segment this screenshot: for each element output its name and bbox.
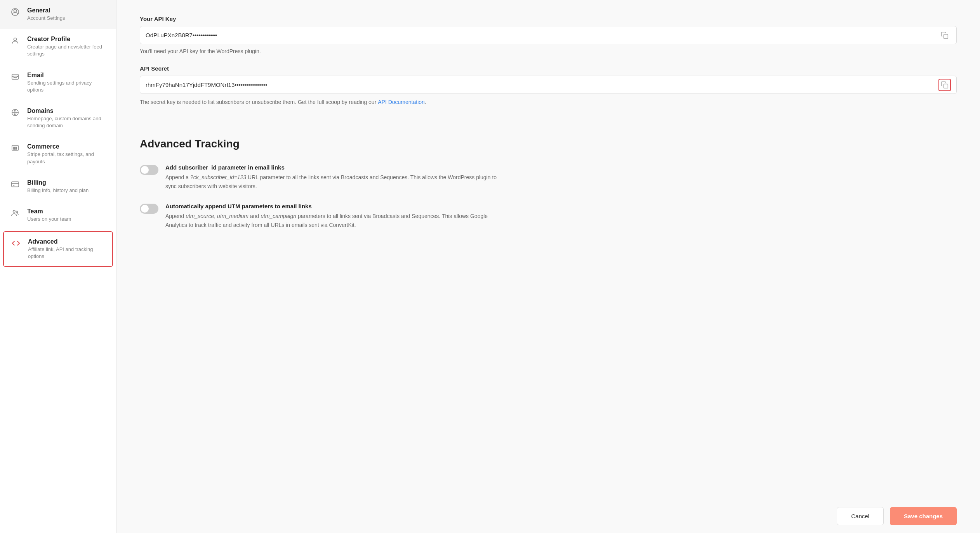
sidebar-label-creator-profile: Creator Profile (27, 36, 105, 43)
subscriber-id-description: Append a ?ck_subscriber_id=123 URL param… (165, 173, 499, 190)
sidebar-label-email: Email (27, 72, 105, 79)
sidebar-label-domains: Domains (27, 107, 105, 114)
sidebar-sublabel-advanced: Affiliate link, API and tracking options (28, 246, 104, 260)
svg-rect-11 (12, 182, 19, 187)
subscriber-id-toggle-container[interactable] (140, 165, 158, 175)
api-secret-input-row (140, 76, 957, 94)
code-icon (12, 239, 23, 249)
advanced-tracking-section: Advanced Tracking Add subscriber_id para… (140, 138, 957, 229)
user-circle-icon (11, 8, 22, 17)
svg-point-14 (13, 210, 16, 213)
sidebar-item-email[interactable]: Email Sending settings and privacy optio… (0, 65, 116, 100)
utm-params-slider (140, 204, 158, 214)
subscriber-id-slider (140, 165, 158, 175)
subscriber-id-toggle[interactable] (140, 165, 158, 175)
api-key-input[interactable] (146, 26, 938, 44)
inbox-icon (11, 73, 22, 82)
api-secret-label: API Secret (140, 65, 957, 72)
utm-params-description: Append utm_source, utm_medium and utm_ca… (165, 212, 499, 229)
subscriber-id-toggle-row: Add subscriber_id parameter in email lin… (140, 164, 957, 190)
sidebar-label-advanced: Advanced (28, 238, 104, 245)
api-key-section: Your API Key You'll need your API key fo… (140, 16, 957, 54)
sidebar-item-commerce[interactable]: Commerce Stripe portal, tax settings, an… (0, 136, 116, 172)
sidebar-sublabel-domains: Homepage, custom domains and sending dom… (27, 115, 105, 129)
copy-api-secret-button[interactable] (938, 79, 951, 91)
sidebar-item-creator-profile[interactable]: Creator Profile Creator page and newslet… (0, 29, 116, 64)
copy-api-key-button[interactable] (938, 29, 951, 42)
api-key-label: Your API Key (140, 16, 957, 22)
svg-point-15 (16, 211, 18, 213)
sidebar-item-domains[interactable]: Domains Homepage, custom domains and sen… (0, 100, 116, 136)
sidebar: General Account Settings Creator Profile… (0, 0, 116, 533)
svg-point-0 (14, 9, 16, 12)
section-divider (140, 119, 957, 119)
svg-rect-5 (12, 145, 19, 151)
svg-rect-16 (944, 34, 948, 38)
team-icon (11, 209, 22, 218)
sidebar-label-commerce: Commerce (27, 143, 105, 150)
sidebar-item-team[interactable]: Team Users on your team (0, 201, 116, 230)
sidebar-sublabel-general: Account Settings (27, 15, 65, 22)
card-icon (11, 180, 22, 190)
sidebar-sublabel-creator-profile: Creator page and newsletter feed setting… (27, 43, 105, 57)
advanced-tracking-title: Advanced Tracking (140, 138, 957, 150)
globe-icon (11, 108, 22, 118)
svg-point-2 (14, 38, 16, 41)
utm-params-title: Automatically append UTM parameters to e… (165, 203, 499, 209)
utm-params-toggle[interactable] (140, 204, 158, 214)
sidebar-item-billing[interactable]: Billing Billing info, history and plan (0, 172, 116, 201)
sidebar-sublabel-billing: Billing info, history and plan (27, 187, 89, 194)
barcode-icon (11, 144, 22, 154)
sidebar-item-advanced[interactable]: Advanced Affiliate link, API and trackin… (3, 231, 113, 267)
api-key-helper: You'll need your API key for the WordPre… (140, 48, 957, 54)
sidebar-sublabel-email: Sending settings and privacy options (27, 80, 105, 93)
sidebar-label-billing: Billing (27, 179, 89, 186)
subscriber-id-title: Add subscriber_id parameter in email lin… (165, 164, 499, 171)
utm-params-toggle-container[interactable] (140, 204, 158, 214)
sidebar-label-team: Team (27, 208, 71, 215)
svg-rect-17 (944, 84, 948, 88)
main-content: Your API Key You'll need your API key fo… (116, 0, 980, 533)
api-key-input-row (140, 26, 957, 44)
sidebar-label-general: General (27, 7, 65, 14)
sidebar-item-general[interactable]: General Account Settings (0, 0, 116, 29)
utm-params-toggle-row: Automatically append UTM parameters to e… (140, 203, 957, 229)
footer-actions: Cancel Save changes (116, 499, 980, 533)
save-button[interactable]: Save changes (890, 507, 957, 525)
cancel-button[interactable]: Cancel (837, 507, 884, 525)
sidebar-sublabel-team: Users on your team (27, 216, 71, 223)
api-secret-section: API Secret The secret key is needed to l… (140, 65, 957, 106)
api-doc-link[interactable]: API Documentation (378, 99, 425, 105)
api-secret-helper: The secret key is needed to list subscri… (140, 98, 957, 106)
person-icon (11, 36, 22, 46)
sidebar-sublabel-commerce: Stripe portal, tax settings, and payouts (27, 151, 105, 165)
api-secret-input[interactable] (146, 76, 938, 93)
